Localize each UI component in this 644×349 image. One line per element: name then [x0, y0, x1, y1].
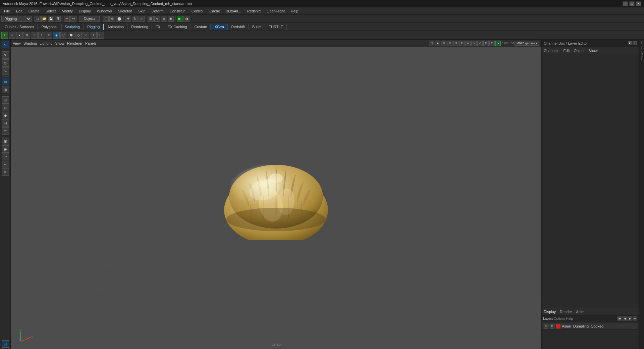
tab-rigging[interactable]: Rigging [84, 24, 104, 30]
menu-windows[interactable]: Windows [94, 8, 115, 14]
tool-distribute-button[interactable]: ⊢ [2, 127, 9, 135]
menu-edit[interactable]: Edit [13, 8, 25, 14]
snap-curve-button[interactable]: ∿ [154, 16, 160, 22]
xgen-btn-14[interactable]: ⊢ [97, 32, 104, 39]
viewport-canvas[interactable]: persp X Y Z [11, 47, 541, 349]
artisan-tool-button[interactable]: ⊙ [2, 59, 9, 67]
layer-visibility-toggle[interactable]: V [544, 324, 548, 329]
tab-xgen[interactable]: XGen [211, 24, 227, 30]
menu-display[interactable]: Display [76, 8, 94, 14]
tab-custom[interactable]: Custom [191, 24, 211, 30]
menu-create[interactable]: Create [26, 8, 42, 14]
open-scene-button[interactable]: 📂 [41, 16, 47, 22]
xgen-btn-11[interactable]: ◇ [75, 32, 82, 39]
menu-constrain[interactable]: Constrain [167, 8, 188, 14]
vp-tb-2[interactable]: ■ [435, 41, 440, 46]
shading-menu[interactable]: Shading [23, 41, 37, 45]
layer-nav-prev[interactable]: ◀ [623, 316, 627, 321]
tool-align-button[interactable]: ⊣ [2, 119, 9, 127]
lasso-tool-button[interactable]: ⊙ [109, 16, 115, 22]
select-tool-button[interactable]: ⬚ [103, 16, 109, 22]
xgen-btn-4[interactable]: ⊛ [23, 32, 30, 39]
tab-turtle[interactable]: TURTLE [265, 24, 287, 30]
save-scene-button[interactable]: 💾 [48, 16, 54, 22]
vp-tb-7[interactable]: ◈ [465, 41, 471, 46]
view-menu[interactable]: View [13, 41, 21, 45]
menu-skin[interactable]: Skin [136, 8, 148, 14]
srgb-display[interactable]: sRGB gamma ▾ [515, 41, 539, 46]
vp-tb-12[interactable]: ● [495, 41, 501, 46]
tool-magnet-button[interactable]: ⊕ [2, 104, 9, 111]
tool-pivot-button[interactable]: ◆ [2, 112, 9, 119]
tab-curves-surfaces[interactable]: Curves / Surfaces [1, 24, 38, 30]
attribute-spread-button[interactable]: ≡ [2, 168, 9, 176]
rotate-tool-button[interactable]: ↻ [132, 16, 138, 22]
tab-rendering[interactable]: Rendering [128, 24, 152, 30]
panel-dock-button[interactable]: ◧ [628, 41, 632, 45]
tab-fx-caching[interactable]: FX Caching [164, 24, 191, 30]
edit-tab[interactable]: Edit [563, 49, 570, 53]
soft-select-button[interactable]: ◎ [2, 86, 9, 93]
layer-nav-next[interactable]: ▶ [628, 316, 632, 321]
vp-tb-10[interactable]: ⊞ [483, 41, 489, 46]
attribute-editor-tab[interactable]: Attribute Editor [639, 40, 644, 349]
paint-select-button[interactable]: ⬤ [116, 16, 122, 22]
mode-dropdown[interactable]: Rigging Modeling Rigging Animation FX Re… [1, 16, 32, 22]
options-tab[interactable]: Options [554, 317, 565, 320]
select-mode-button[interactable]: ↖ [2, 41, 9, 48]
menu-redshift[interactable]: Redshift [245, 8, 263, 14]
render-region-button[interactable]: ▣ [2, 138, 9, 145]
object-tab[interactable]: Object [574, 49, 584, 53]
paint-tool-button[interactable]: ✎ [2, 51, 9, 59]
redo-button[interactable]: ↪ [70, 16, 76, 22]
xgen-btn-6[interactable]: ↕ [38, 32, 45, 39]
xgen-btn-13[interactable]: ⊥ [90, 32, 97, 39]
render-button[interactable]: ▶ [177, 16, 183, 22]
xgen-btn-8[interactable]: ◈ [53, 32, 60, 39]
menu-help[interactable]: Help [288, 8, 301, 14]
vp-tb-9[interactable]: ◁ [477, 41, 483, 46]
xgen-btn-7[interactable]: ⟲ [46, 32, 52, 39]
scale-tool-button[interactable]: ⤢ [139, 16, 145, 22]
vp-tb-8[interactable]: ▷ [471, 41, 477, 46]
xgen-btn-2[interactable]: ○ [9, 32, 15, 39]
menu-modify[interactable]: Modify [59, 8, 75, 14]
tab-sculpting[interactable]: Sculpting [61, 24, 84, 30]
vp-tb-11[interactable]: ⊟ [489, 41, 495, 46]
menu-3dtoall[interactable]: 3DtoAll... [223, 8, 244, 14]
tool-snap-button[interactable]: ⊞ [2, 96, 9, 104]
node-editor-button[interactable]: ⋯ [2, 153, 9, 160]
channels-tab[interactable]: Channels [544, 49, 559, 53]
close-button[interactable]: ✕ [636, 1, 641, 6]
menu-select[interactable]: Select [43, 8, 59, 14]
ipr-render-button[interactable]: ◑ [183, 16, 190, 22]
menu-openflight[interactable]: OpenFlight [264, 8, 287, 14]
hypershade-button[interactable]: ◉ [2, 145, 9, 153]
tab-polygons[interactable]: Polygons [38, 24, 60, 30]
undo-button[interactable]: ↩ [64, 16, 70, 22]
snap-grid-button[interactable]: ⊞ [148, 16, 154, 22]
layer-playback-toggle[interactable]: P [550, 324, 554, 329]
renderer-menu[interactable]: Renderer [67, 41, 83, 45]
new-scene-button[interactable]: □ [35, 16, 41, 22]
vp-tb-1[interactable]: □ [429, 41, 434, 46]
xgen-btn-1[interactable]: ✦ [1, 32, 8, 39]
objects-button[interactable]: Objects [79, 16, 100, 22]
layer-nav-last[interactable]: ⏭ [633, 316, 637, 321]
panel-close-button[interactable]: ✕ [633, 41, 637, 45]
minimize-button[interactable]: ─ [623, 1, 628, 6]
lighting-menu[interactable]: Lighting [40, 41, 53, 45]
3d-object-dumpling[interactable] [212, 146, 340, 240]
snap-surface-button[interactable]: ◉ [168, 16, 174, 22]
vp-tb-5[interactable]: ⟲ [453, 41, 459, 46]
connection-editor-button[interactable]: ↔ [2, 161, 9, 168]
panels-menu[interactable]: Panels [85, 41, 97, 45]
vp-tb-3[interactable]: ⊙ [441, 41, 446, 46]
move-tool-button[interactable]: ✛ [125, 16, 131, 22]
layer-nav-first[interactable]: ⏮ [618, 316, 622, 321]
xgen-btn-9[interactable]: ⬡ [60, 32, 67, 39]
xgen-btn-5[interactable]: ↑ [31, 32, 38, 39]
menu-file[interactable]: File [1, 8, 13, 14]
tab-bullet[interactable]: Bullet [249, 24, 265, 30]
render-tab[interactable]: Render [560, 310, 572, 314]
